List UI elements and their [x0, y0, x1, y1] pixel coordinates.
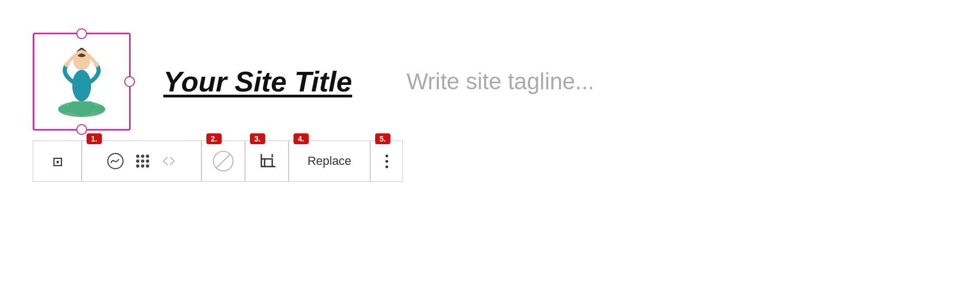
toolbar: ⊡ 1. — [33, 140, 594, 182]
top-row: Your Site Title Write site tagline... — [33, 33, 594, 131]
transform-tools-cell[interactable]: 1. — [82, 140, 201, 182]
badge-3: 3. — [250, 133, 265, 144]
site-title[interactable]: Your Site Title — [163, 65, 352, 98]
text-block: Your Site Title Write site tagline... — [163, 65, 594, 98]
badge-5: 5. — [375, 133, 390, 144]
svg-point-8 — [92, 106, 105, 113]
site-tagline[interactable]: Write site tagline... — [407, 69, 595, 95]
svg-point-7 — [59, 106, 71, 113]
handle-top[interactable] — [76, 28, 87, 39]
yoga-figure-icon — [49, 44, 114, 120]
chevrons-icon[interactable] — [161, 153, 176, 169]
more-options-cell[interactable]: 5. — [370, 140, 403, 182]
handle-bottom[interactable] — [76, 124, 87, 135]
drag-handle-icon[interactable] — [136, 155, 149, 168]
logo-block[interactable] — [33, 33, 131, 131]
crop-icon[interactable] — [258, 152, 275, 170]
more-options-icon[interactable] — [385, 155, 388, 168]
replace-tool-cell[interactable]: 4. Replace — [289, 140, 370, 182]
block-type-cell[interactable]: ⊡ — [33, 140, 82, 182]
no-filter-icon[interactable] — [213, 151, 234, 171]
badge-1: 1. — [87, 133, 102, 144]
svg-point-0 — [72, 70, 91, 101]
crop-tool-cell[interactable]: 3. — [245, 140, 289, 182]
page-container: Your Site Title Write site tagline... ⊡ … — [33, 33, 594, 182]
block-type-icon: ⊡ — [53, 152, 62, 171]
image-filter-icon[interactable] — [107, 152, 124, 170]
badge-2: 2. — [206, 133, 222, 144]
filter-tool-cell[interactable]: 2. — [201, 140, 245, 182]
replace-label: Replace — [308, 154, 352, 168]
handle-right[interactable] — [124, 76, 135, 87]
badge-4: 4. — [293, 133, 309, 144]
